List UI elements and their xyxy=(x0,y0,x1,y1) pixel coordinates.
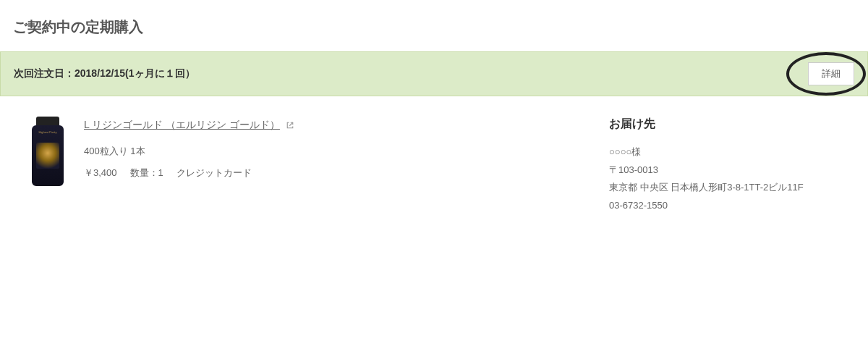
shipping-address-line: 東京都 中央区 日本橋人形町3-8-1TT-2ビル11F xyxy=(609,179,855,197)
shipping-address-column: お届け先 ○○○○様 〒103-0013 東京都 中央区 日本橋人形町3-8-1… xyxy=(609,117,855,215)
product-info: L リジンゴールド （エルリジン ゴールド） 400粒入り 1本 ￥3,400 … xyxy=(84,117,595,215)
shipping-postal-code: 〒103-0013 xyxy=(609,161,855,180)
external-link-icon xyxy=(286,121,294,130)
next-order-date-label: 次回注文日：2018/12/15(1ヶ月に１回） xyxy=(14,67,195,80)
price-row: ￥3,400 数量：1 クレジットカード xyxy=(84,167,595,180)
product-quantity: 数量：1 xyxy=(130,167,163,180)
payment-method: クレジットカード xyxy=(176,167,252,180)
content-row: Highest Purity L リジンゴールド （エルリジン ゴールド） 40… xyxy=(0,96,868,215)
shipping-phone: 03-6732-1550 xyxy=(609,197,855,215)
bottle-small-text: Highest Purity xyxy=(35,131,61,134)
product-image: Highest Purity xyxy=(29,117,67,188)
detail-button[interactable]: 詳細 xyxy=(808,62,854,85)
shipping-title: お届け先 xyxy=(609,117,855,132)
page-title: ご契約中の定期購入 xyxy=(0,0,868,51)
product-column: Highest Purity L リジンゴールド （エルリジン ゴールド） 40… xyxy=(29,117,595,215)
product-name-link[interactable]: L リジンゴールド （エルリジン ゴールド） xyxy=(84,119,280,132)
shipping-recipient: ○○○○様 xyxy=(609,143,855,161)
product-name-row: L リジンゴールド （エルリジン ゴールド） xyxy=(84,119,294,132)
order-header: 次回注文日：2018/12/15(1ヶ月に１回） 詳細 xyxy=(0,51,868,96)
product-price: ￥3,400 xyxy=(84,167,117,180)
product-spec: 400粒入り 1本 xyxy=(84,145,595,158)
